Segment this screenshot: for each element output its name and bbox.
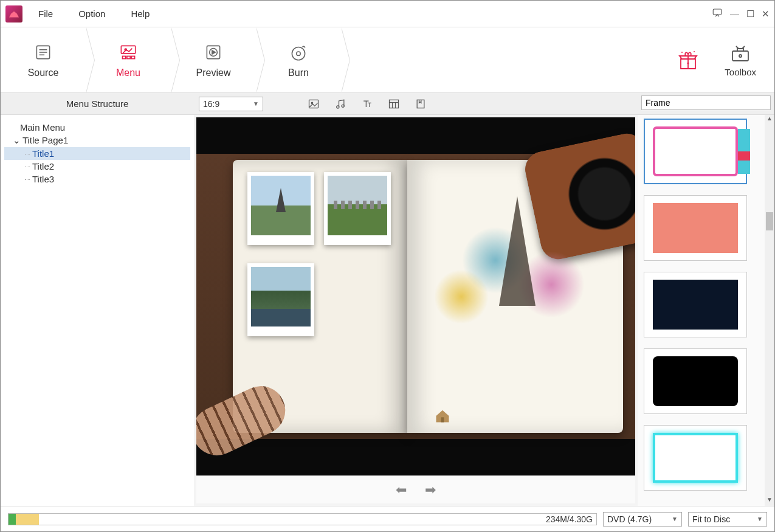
titlebar: File Option Help — ☐ ✕ [1, 1, 774, 27]
center-panel: 16:9▼ [194, 93, 638, 506]
frame-search-input[interactable] [641, 95, 771, 110]
canvas-wrap: ⬅ ➡ [194, 115, 638, 506]
center-toolbar: 16:9▼ [194, 93, 638, 115]
svg-rect-0 [713, 9, 722, 15]
menu-file[interactable]: File [35, 6, 57, 21]
app-logo [5, 5, 22, 22]
step-burn[interactable]: Burn [256, 27, 341, 92]
svg-rect-7 [122, 56, 125, 58]
scroll-up-icon[interactable]: ▲ [765, 115, 774, 125]
close-button[interactable]: ✕ [762, 9, 770, 19]
minimize-button[interactable]: — [730, 9, 739, 19]
step-burn-label: Burn [288, 67, 309, 78]
chevron-down-icon: ▼ [757, 516, 763, 522]
step-menu-label: Menu [116, 67, 140, 78]
svg-point-17 [739, 55, 742, 57]
layout-tool[interactable] [387, 97, 401, 111]
music-tool[interactable] [334, 97, 347, 111]
tree: Main Menu ⌄ Title Page1 Title1 Title2 Ti… [1, 115, 194, 506]
text-tool[interactable] [360, 97, 374, 111]
maximize-button[interactable]: ☐ [746, 9, 754, 19]
thumbnail-title2[interactable] [324, 172, 391, 245]
scroll-down-icon[interactable]: ▼ [765, 496, 774, 506]
tree-title3[interactable]: Title3 [4, 173, 190, 185]
svg-rect-22 [390, 100, 399, 108]
page-nav: ⬅ ➡ [196, 475, 635, 503]
toolbox-label: Toolbox [725, 67, 756, 77]
frame-scrollbar[interactable]: ▲ ▼ [765, 115, 774, 506]
preview-canvas[interactable] [196, 117, 635, 475]
tree-title2[interactable]: Title2 [4, 160, 190, 173]
svg-point-21 [342, 105, 344, 107]
next-page-button[interactable]: ➡ [425, 482, 436, 498]
tree-title-page1[interactable]: ⌄ Title Page1 [4, 134, 190, 147]
step-menu[interactable]: Menu [86, 27, 171, 92]
svg-rect-27 [441, 417, 444, 422]
right-tools: Toolbox [676, 43, 774, 77]
feedback-icon[interactable] [712, 7, 723, 20]
scroll-thumb[interactable] [766, 212, 773, 230]
chevron-down-icon: ▼ [253, 100, 259, 107]
home-button[interactable] [433, 407, 452, 424]
frame-thumb-navy[interactable] [644, 272, 747, 337]
frame-thumb-pink[interactable] [644, 195, 747, 261]
statusbar: 234M/4.30G DVD (4.7G)▼ Fit to Disc▼ [1, 506, 774, 531]
stepbar: Source Menu Preview Burn Toolbox [1, 27, 774, 93]
workspace: Menu Structure Main Menu ⌄ Title Page1 T… [1, 93, 774, 506]
svg-rect-9 [131, 56, 134, 58]
step-preview-label: Preview [196, 67, 231, 78]
menu-help[interactable]: Help [127, 6, 153, 21]
gift-button[interactable] [676, 50, 700, 71]
disc-type-select[interactable]: DVD (4.7G)▼ [603, 512, 682, 527]
tree-title1[interactable]: Title1 [4, 147, 190, 160]
chevron-down-icon: ▼ [672, 516, 678, 522]
toolbox-button[interactable]: Toolbox [725, 43, 756, 77]
menubar: File Option Help [35, 6, 712, 21]
aspect-ratio-select[interactable]: 16:9▼ [199, 97, 263, 111]
disc-usage-text: 234M/4.30G [546, 514, 593, 525]
frame-search-wrap [638, 93, 774, 115]
svg-point-13 [297, 51, 300, 55]
fit-mode-select[interactable]: Fit to Disc▼ [688, 512, 767, 527]
frame-list: ▲ ▼ [638, 115, 774, 506]
frame-thumb-cyan[interactable] [644, 425, 747, 491]
window-controls: — ☐ ✕ [712, 7, 770, 20]
svg-point-12 [292, 47, 305, 60]
sketch-decoration [424, 196, 611, 415]
disc-usage-bar: 234M/4.30G [8, 513, 597, 525]
step-source-label: Source [28, 67, 59, 78]
step-source[interactable]: Source [1, 27, 86, 92]
menu-option[interactable]: Option [75, 6, 109, 21]
step-preview[interactable]: Preview [171, 27, 256, 92]
svg-point-14 [681, 52, 683, 53]
menu-structure-header: Menu Structure [1, 93, 194, 115]
left-panel: Menu Structure Main Menu ⌄ Title Page1 T… [1, 93, 194, 506]
right-panel: ▲ ▼ [638, 93, 774, 506]
thumbnail-title3[interactable] [247, 263, 314, 336]
frame-thumb-black[interactable] [644, 348, 747, 414]
svg-rect-26 [417, 100, 424, 108]
thumbnail-title1[interactable] [247, 172, 314, 245]
chapter-tool[interactable] [414, 97, 427, 111]
svg-point-20 [337, 105, 339, 108]
svg-point-15 [694, 51, 695, 52]
menu-scene [196, 154, 635, 439]
tree-main-menu[interactable]: Main Menu [4, 121, 190, 134]
svg-rect-16 [732, 51, 748, 61]
image-tool[interactable] [307, 97, 320, 111]
svg-rect-8 [127, 56, 130, 58]
frame-thumb-tv[interactable] [644, 119, 747, 184]
prev-page-button[interactable]: ⬅ [396, 482, 407, 498]
